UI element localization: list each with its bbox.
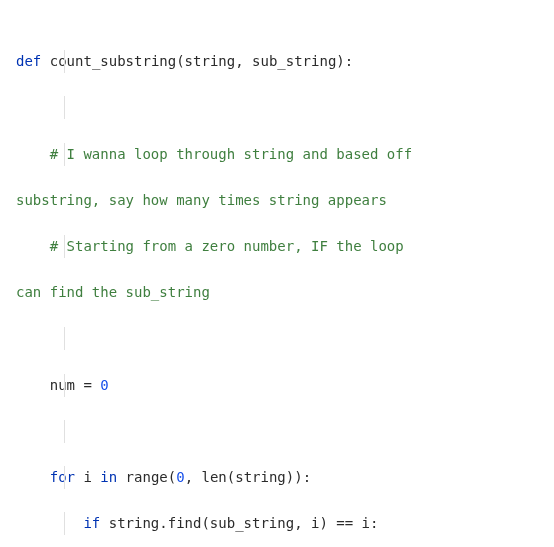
code-line[interactable]: # I wanna loop through string and based …	[16, 143, 554, 166]
assignment: num =	[50, 377, 101, 393]
code-line[interactable]: def count_substring(string, sub_string):	[16, 50, 554, 73]
number-literal: 0	[100, 377, 108, 393]
comment: substring, say how many times string app…	[16, 192, 387, 208]
code-line[interactable]	[16, 96, 554, 119]
code-line[interactable]: num = 0	[16, 374, 554, 397]
code-line[interactable]: for i in range(0, len(string)):	[16, 466, 554, 489]
comment: # Starting from a zero number, IF the lo…	[50, 238, 404, 254]
function-name: count_substring	[50, 53, 176, 69]
comment: can find the sub_string	[16, 284, 210, 300]
keyword-if: if	[83, 515, 100, 531]
code-line[interactable]	[16, 420, 554, 443]
number-literal: 0	[176, 469, 184, 485]
code-line[interactable]: if string.find(sub_string, i) == i:	[16, 512, 554, 535]
code-line[interactable]	[16, 327, 554, 350]
params: (string, sub_string):	[176, 53, 353, 69]
keyword-in: in	[100, 469, 117, 485]
code-line[interactable]: substring, say how many times string app…	[16, 189, 554, 212]
code-editor[interactable]: def count_substring(string, sub_string):…	[0, 0, 554, 547]
comment: # I wanna loop through string and based …	[50, 146, 412, 162]
keyword-for: for	[50, 469, 75, 485]
code-line[interactable]: # Starting from a zero number, IF the lo…	[16, 235, 554, 258]
keyword-def: def	[16, 53, 41, 69]
code-line[interactable]: can find the sub_string	[16, 281, 554, 304]
